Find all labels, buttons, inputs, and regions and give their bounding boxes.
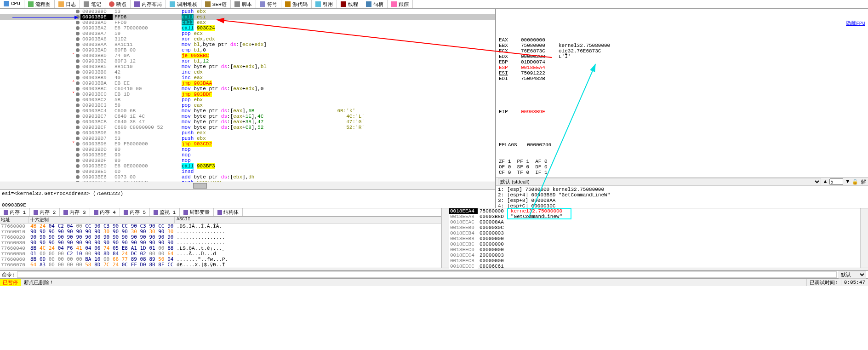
breakpoint-dot[interactable] bbox=[76, 15, 80, 19]
stack-row[interactable]: 0018EECC08006C61 bbox=[449, 264, 860, 269]
mem-tab-6[interactable]: 局部变量 bbox=[180, 208, 214, 216]
flag-line[interactable]: OF 0 SF 0 DF 0 bbox=[499, 164, 865, 170]
tab-seh[interactable]: SEH链 bbox=[201, 0, 231, 8]
mem-tab-3[interactable]: 内存 4 bbox=[90, 208, 120, 216]
reg-ebx-value[interactable]: 75080000 bbox=[521, 43, 559, 48]
disasm-row[interactable]: 00903BCFC680 C8000000 52mov byte ptr ds:… bbox=[0, 125, 495, 130]
disasm-row[interactable]: ˄00903BBAEB EEjmp 903BAA bbox=[0, 80, 495, 86]
tab-thr[interactable]: 线程 bbox=[337, 0, 362, 8]
tab-stack[interactable]: 调用堆栈 bbox=[166, 0, 201, 8]
disasm-row[interactable]: 00903BD650push eax bbox=[0, 130, 495, 136]
memhdr-ascii[interactable]: ASCII bbox=[175, 217, 441, 223]
arg-line[interactable]: 3: [esp+8] 000008AA bbox=[498, 198, 866, 203]
arg-up-icon[interactable]: ▲ bbox=[824, 179, 827, 184]
breakpoint-dot[interactable] bbox=[76, 26, 80, 30]
tab-trc[interactable]: 跟踪 bbox=[388, 0, 413, 8]
disasm-row[interactable]: 00903BDE90nop bbox=[0, 152, 495, 158]
registers-panel[interactable]: 隐藏FPU EAX00000000EBX75080000kernel32.750… bbox=[496, 9, 868, 178]
disasm-row[interactable]: 00903BE0E8 0E000000call 903BF3 bbox=[0, 163, 495, 169]
args-body[interactable]: 1: [esp] 75080000 kernel32.750800002: [e… bbox=[496, 186, 868, 210]
disasm-row[interactable]: 00903BB5881C10mov byte ptr ds:[eax+edx],… bbox=[0, 64, 495, 69]
tab-note[interactable]: 笔记 bbox=[80, 0, 105, 8]
stack-row[interactable]: 0018EEAC000008AA bbox=[449, 219, 860, 225]
breakpoint-dot[interactable] bbox=[76, 21, 80, 24]
breakpoint-dot[interactable] bbox=[76, 81, 80, 85]
breakpoint-dot[interactable] bbox=[76, 43, 80, 46]
tab-sym[interactable]: 符号 bbox=[256, 0, 281, 8]
disasm-row[interactable]: 00903BB280F3 12xor bl,12 bbox=[0, 58, 495, 64]
stack-row[interactable]: 0018EEC800000000 bbox=[449, 258, 860, 264]
reg-eip-value[interactable]: 00903B9E bbox=[521, 109, 559, 115]
breakpoint-dot[interactable] bbox=[76, 48, 80, 52]
disasm-row[interactable]: 00903BDD90nop bbox=[0, 147, 495, 152]
breakpoint-dot[interactable] bbox=[76, 175, 80, 179]
tab-cpu[interactable]: CPU bbox=[0, 0, 24, 8]
tab-ref[interactable]: 引用 bbox=[312, 0, 337, 8]
breakpoint-dot[interactable] bbox=[76, 70, 80, 74]
reg-ebp-value[interactable]: 01DD0074 bbox=[521, 59, 559, 65]
breakpoint-dot[interactable] bbox=[76, 65, 80, 69]
disasm-row[interactable]: 00903BC25Bpop ebx bbox=[0, 97, 495, 103]
disasm-row[interactable]: 00903BC4C600 6Bmov byte ptr ds:[eax],6B6… bbox=[0, 108, 495, 114]
disasm-row[interactable]: 00903BAD80FB 00cmp bl,0 bbox=[0, 47, 495, 53]
reg-ecx-value[interactable]: 76E6873C bbox=[521, 48, 559, 54]
disasm-row[interactable]: 00903BB940inc eax bbox=[0, 75, 495, 80]
cmd-input[interactable] bbox=[17, 271, 837, 278]
memhdr-addr[interactable]: 地址 bbox=[0, 217, 29, 223]
breakpoint-dot[interactable] bbox=[76, 10, 80, 13]
breakpoint-dot[interactable] bbox=[76, 115, 80, 118]
stack-row[interactable]: 0018EEC420000003 bbox=[449, 252, 860, 258]
callconv-select[interactable]: 默认 (stdcall) bbox=[498, 178, 821, 186]
mem-vscroll[interactable] bbox=[441, 208, 449, 268]
mem-tab-4[interactable]: 内存 5 bbox=[120, 208, 150, 216]
breakpoint-dot[interactable] bbox=[76, 164, 80, 168]
breakpoint-dot[interactable] bbox=[76, 131, 80, 135]
mem-tab-5[interactable]: 监视 1 bbox=[150, 208, 180, 216]
disasm-row[interactable]: 00903BE60073 00add byte ptr ds:[ebx],dh bbox=[0, 174, 495, 180]
disasm-row[interactable]: 00903BA2E8 7D000000call 903C24 bbox=[0, 25, 495, 31]
flag-line[interactable]: ZF 1 PF 1 AF 0 bbox=[499, 159, 865, 164]
disassembly-view[interactable]: 00903B9D53push ebx00903B9EFFD6call esi00… bbox=[0, 9, 495, 182]
flag-line[interactable]: CF 0 TF 0 IF 1 bbox=[499, 170, 865, 175]
reg-edx-value[interactable]: 00000208 bbox=[521, 54, 559, 59]
disasm-row[interactable]: 00903BB842inc edx bbox=[0, 69, 495, 75]
disasm-hscroll[interactable] bbox=[0, 182, 495, 189]
disasm-row[interactable]: ˅00903BD8E9 F5000000jmp 903CD2 bbox=[0, 141, 495, 147]
breakpoint-dot[interactable] bbox=[76, 92, 80, 96]
unlock-icon[interactable]: 🔓 bbox=[852, 179, 858, 185]
tab-script[interactable]: 脚本 bbox=[231, 0, 256, 8]
cmd-combo[interactable]: 默认 bbox=[839, 271, 866, 279]
mem-tab-7[interactable]: 结构体 bbox=[214, 208, 243, 216]
arg-count-input[interactable] bbox=[829, 178, 843, 185]
tab-flow[interactable]: 流程图 bbox=[24, 0, 55, 8]
mem-tab-1[interactable]: 内存 2 bbox=[30, 208, 60, 216]
breakpoint-dot[interactable] bbox=[76, 142, 80, 146]
breakpoint-dot[interactable] bbox=[76, 109, 80, 113]
breakpoint-dot[interactable] bbox=[76, 54, 80, 57]
disasm-row[interactable]: 00903B9D53push ebx bbox=[0, 9, 495, 14]
disasm-row[interactable]: 00903B9EFFD6call esi bbox=[0, 14, 495, 20]
disasm-row[interactable]: 00903BDF90nop bbox=[0, 158, 495, 163]
tab-bp[interactable]: 断点 bbox=[105, 0, 131, 8]
stack-row[interactable]: 0018EEC000000000 bbox=[449, 247, 860, 252]
disasm-row[interactable]: 00903BBCC60410 00mov byte ptr ds:[eax+ed… bbox=[0, 86, 495, 92]
breakpoint-dot[interactable] bbox=[76, 87, 80, 91]
tab-log[interactable]: 日志 bbox=[55, 0, 80, 8]
reg-esp-value[interactable]: 0018EEA4 bbox=[521, 65, 559, 70]
tab-mem[interactable]: 内存布局 bbox=[131, 0, 166, 8]
disasm-row[interactable]: ˅00903BC0EB 1Djmp 903BDF bbox=[0, 92, 495, 97]
tab-src[interactable]: 源代码 bbox=[281, 0, 312, 8]
scroll-thumb[interactable] bbox=[193, 183, 207, 189]
stack-row[interactable]: 0018EEB00000030C bbox=[449, 225, 860, 230]
mem-tab-2[interactable]: 内存 3 bbox=[60, 208, 90, 216]
stack-row[interactable]: 0018EEBC00000000 bbox=[449, 241, 860, 247]
stack-row[interactable]: 0018EEB800000000 bbox=[449, 236, 860, 241]
stack-row[interactable]: 0018EEB400000003 bbox=[449, 230, 860, 236]
breakpoint-dot[interactable] bbox=[76, 148, 80, 151]
breakpoint-dot[interactable] bbox=[76, 103, 80, 107]
arg-line[interactable]: 1: [esp] 75080000 kernel32.75080000 bbox=[498, 187, 866, 192]
breakpoint-dot[interactable] bbox=[76, 76, 80, 80]
disasm-row[interactable]: 00903BCBC640 38 47mov byte ptr ds:[eax+3… bbox=[0, 119, 495, 125]
disasm-row[interactable]: 00903BC358pop eax bbox=[0, 103, 495, 108]
disasm-row[interactable]: ˅00903BB074 0Aje 903BBC bbox=[0, 53, 495, 58]
